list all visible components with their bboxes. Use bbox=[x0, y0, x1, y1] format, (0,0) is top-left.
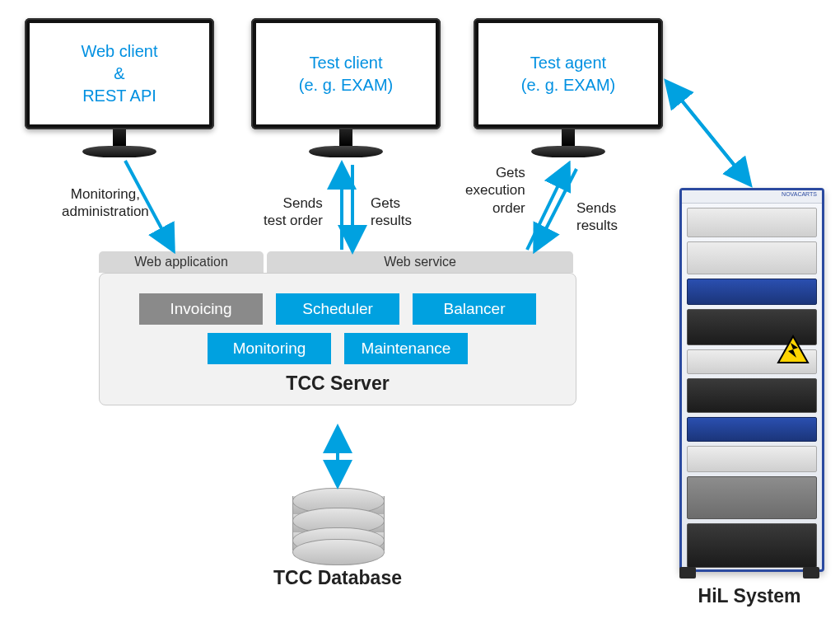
monitor-web-client: Web client & REST API bbox=[25, 18, 214, 157]
tab-web-service: Web service bbox=[267, 251, 573, 273]
hazard-icon bbox=[776, 335, 810, 364]
hil-rack: NOVACARTS bbox=[679, 188, 824, 572]
monitor-test-agent: Test agent (e. g. EXAM) bbox=[474, 18, 663, 157]
rack-feet bbox=[679, 567, 819, 582]
module-maintenance: Maintenance bbox=[344, 333, 468, 364]
monitor-bezel: Test agent (e. g. EXAM) bbox=[474, 18, 663, 129]
server-modules-row2: Monitoring Maintenance bbox=[123, 333, 553, 364]
rack-unit bbox=[687, 523, 817, 568]
rack-unit bbox=[687, 417, 817, 442]
module-invoicing: Invoicing bbox=[139, 293, 263, 325]
database-icon bbox=[292, 488, 383, 558]
server-box: Invoicing Scheduler Balancer Monitoring … bbox=[99, 273, 576, 405]
monitor-test-client: Test client (e. g. EXAM) bbox=[251, 18, 441, 157]
label-gets-results: Gets results bbox=[371, 194, 412, 230]
monitor-screen-test-agent: Test agent (e. g. EXAM) bbox=[478, 23, 658, 124]
rack-brand: NOVACARTS bbox=[682, 190, 822, 204]
rack-unit bbox=[687, 279, 817, 305]
module-monitoring: Monitoring bbox=[208, 333, 331, 364]
monitor-screen-web-client: Web client & REST API bbox=[30, 23, 209, 124]
label-sends-test-order: Sends test order bbox=[264, 194, 323, 230]
rack-unit bbox=[687, 476, 817, 519]
monitor-text: Test agent (e. g. EXAM) bbox=[521, 52, 615, 96]
rack-unit bbox=[687, 446, 817, 472]
monitor-text: Test client (e. g. EXAM) bbox=[299, 52, 393, 96]
tab-web-application: Web application bbox=[99, 251, 264, 273]
label-sends-results: Sends results bbox=[576, 199, 618, 235]
monitor-bezel: Web client & REST API bbox=[25, 18, 214, 129]
rack-unit bbox=[687, 208, 817, 237]
label-gets-exec-order: Gets execution order bbox=[465, 164, 525, 217]
database-label: TCC Database bbox=[268, 567, 408, 589]
monitor-bezel: Test client (e. g. EXAM) bbox=[251, 18, 441, 129]
server-title: TCC Server bbox=[123, 372, 553, 395]
rack-unit bbox=[687, 378, 817, 413]
monitor-text: Web client & REST API bbox=[81, 40, 157, 107]
server-tabs: Web application Web service bbox=[99, 251, 576, 273]
arrow-testagent-down bbox=[535, 169, 576, 250]
arrow-testagent-up bbox=[527, 165, 568, 250]
arrow-agent-rack-up bbox=[667, 82, 749, 184]
label-monitoring-admin: Monitoring, administration bbox=[62, 185, 149, 221]
hil-label: HiL System bbox=[692, 585, 807, 607]
tcc-server-container: Web application Web service Invoicing Sc… bbox=[99, 251, 576, 405]
monitor-screen-test-client: Test client (e. g. EXAM) bbox=[256, 23, 436, 124]
module-balancer: Balancer bbox=[413, 293, 536, 325]
rack-unit bbox=[687, 241, 817, 274]
module-scheduler: Scheduler bbox=[276, 293, 399, 325]
arrow-agent-rack-down bbox=[667, 82, 749, 184]
server-modules-row1: Invoicing Scheduler Balancer bbox=[123, 293, 553, 325]
